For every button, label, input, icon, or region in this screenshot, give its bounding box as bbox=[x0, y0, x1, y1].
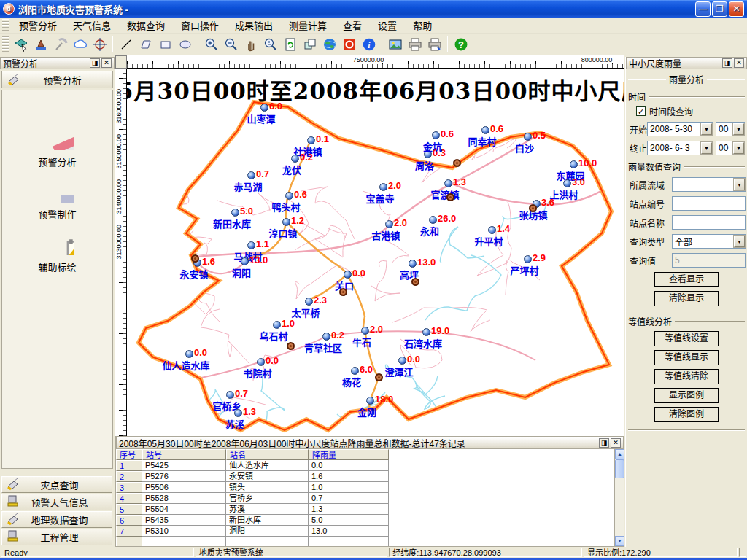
column-header[interactable]: 站名 bbox=[226, 449, 309, 460]
ellipse-icon[interactable] bbox=[176, 35, 194, 53]
time-range-checkbox[interactable]: ✓ bbox=[636, 106, 646, 116]
station-marker[interactable] bbox=[273, 321, 281, 329]
pin-icon[interactable]: ◨ bbox=[90, 58, 100, 68]
tool-warning-making[interactable]: 预警制作 bbox=[2, 169, 112, 221]
scroll-down-icon[interactable]: ▼ bbox=[615, 536, 624, 546]
station-marker[interactable] bbox=[524, 255, 532, 263]
start-hour-select[interactable]: 00▼ bbox=[716, 122, 745, 136]
minimize-button[interactable]: — bbox=[695, 1, 711, 17]
query-type-select[interactable]: 全部▼ bbox=[672, 234, 746, 249]
station-marker[interactable] bbox=[444, 179, 452, 187]
tool-aux-plotting[interactable]: 辅助标绘 bbox=[2, 222, 112, 273]
contour-show-button[interactable]: 等值线显示 bbox=[654, 350, 719, 365]
sidebar-item-disaster-point-query[interactable]: 灾点查询 bbox=[1, 476, 112, 493]
globe-icon[interactable] bbox=[320, 35, 338, 53]
station-marker[interactable] bbox=[366, 397, 374, 405]
station-marker[interactable] bbox=[260, 104, 268, 112]
station-marker[interactable] bbox=[305, 298, 313, 306]
table-row[interactable]: 4P5528官桥乡0.7 bbox=[116, 493, 614, 504]
table-row[interactable]: 7P5310洞阳13.0 bbox=[116, 526, 614, 537]
station-marker[interactable] bbox=[432, 131, 440, 139]
chevron-down-icon[interactable]: ▼ bbox=[701, 142, 712, 154]
station-marker[interactable] bbox=[524, 133, 532, 141]
toolbar-grip[interactable] bbox=[2, 36, 9, 52]
close-icon[interactable]: ✕ bbox=[611, 438, 621, 448]
menu-item-9[interactable]: 帮助 bbox=[405, 17, 440, 34]
restore-button[interactable]: ❐ bbox=[712, 1, 727, 17]
pick-icon[interactable] bbox=[51, 35, 69, 53]
resize-grip[interactable] bbox=[739, 548, 746, 557]
chevron-down-icon[interactable]: ▼ bbox=[733, 123, 744, 135]
cloud-icon[interactable] bbox=[71, 35, 89, 53]
station-marker[interactable] bbox=[241, 257, 249, 265]
station-marker[interactable] bbox=[488, 226, 496, 234]
clear-display-button[interactable]: 清除显示 bbox=[654, 291, 719, 306]
basin-select[interactable]: ▼ bbox=[672, 177, 746, 192]
center-icon[interactable] bbox=[90, 35, 109, 53]
station-marker[interactable] bbox=[361, 327, 369, 335]
menu-item-1[interactable]: 预警分析 bbox=[11, 17, 65, 34]
menu-item-3[interactable]: 数据查询 bbox=[119, 17, 173, 34]
sidebar-item-geo-data-query[interactable]: 地理数据查询 bbox=[1, 511, 112, 528]
station-marker[interactable] bbox=[409, 260, 417, 268]
station-marker[interactable] bbox=[429, 216, 437, 224]
menu-item-2[interactable]: 天气信息 bbox=[65, 17, 119, 34]
copy-map-icon[interactable] bbox=[301, 35, 319, 53]
station-marker[interactable] bbox=[570, 160, 578, 168]
station-marker[interactable] bbox=[379, 183, 387, 191]
stop-icon[interactable] bbox=[340, 35, 358, 53]
image-icon[interactable] bbox=[386, 35, 404, 53]
station-marker[interactable] bbox=[422, 328, 430, 336]
station-id-input[interactable] bbox=[672, 196, 746, 211]
table-row[interactable] bbox=[116, 537, 614, 547]
station-marker[interactable] bbox=[247, 241, 255, 249]
station-marker[interactable] bbox=[185, 350, 193, 358]
print-icon[interactable] bbox=[406, 35, 424, 53]
zoom-extent-icon[interactable] bbox=[261, 35, 279, 53]
station-marker[interactable] bbox=[398, 357, 406, 365]
station-marker[interactable] bbox=[351, 367, 359, 375]
polygon-icon[interactable] bbox=[136, 35, 155, 53]
pan-icon[interactable] bbox=[241, 35, 260, 53]
pin-icon[interactable]: ◨ bbox=[722, 58, 732, 68]
chevron-down-icon[interactable]: ▼ bbox=[734, 179, 745, 190]
zoom-in-icon[interactable] bbox=[202, 35, 220, 53]
table-row[interactable]: 5P5504苏溪1.3 bbox=[116, 504, 614, 515]
view-display-button[interactable]: 查看显示 bbox=[654, 272, 719, 287]
table-row[interactable]: 6P5435新田水库5.0 bbox=[116, 515, 614, 526]
paint-icon[interactable] bbox=[31, 35, 50, 53]
station-marker[interactable] bbox=[257, 358, 265, 366]
zoom-out-icon[interactable] bbox=[222, 35, 240, 53]
scroll-up-icon[interactable]: ▲ bbox=[615, 449, 624, 459]
table-row[interactable]: 3P5506镇头1.0 bbox=[116, 482, 614, 493]
sidebar-item-warning-weather-info[interactable]: 预警天气信息 bbox=[1, 494, 112, 510]
start-date-select[interactable]: 2008- 5-30▼ bbox=[647, 122, 713, 136]
menu-item-8[interactable]: 设置 bbox=[370, 17, 405, 34]
chevron-down-icon[interactable]: ▼ bbox=[734, 236, 745, 247]
menu-item-6[interactable]: 测量计算 bbox=[281, 17, 335, 34]
line-icon[interactable] bbox=[117, 35, 135, 53]
column-header[interactable]: 序号 bbox=[116, 449, 142, 460]
scroll-thumb[interactable] bbox=[615, 459, 624, 478]
station-marker[interactable] bbox=[344, 271, 352, 279]
station-marker[interactable] bbox=[247, 171, 255, 179]
menu-item-4[interactable]: 窗口操作 bbox=[173, 17, 227, 34]
pin-icon[interactable]: ◨ bbox=[599, 438, 609, 448]
station-marker[interactable] bbox=[231, 209, 239, 217]
tool-warning-analysis[interactable]: 预警分析 bbox=[2, 117, 112, 168]
chevron-down-icon[interactable]: ▼ bbox=[701, 123, 712, 135]
station-marker[interactable] bbox=[282, 218, 290, 226]
end-hour-select[interactable]: 00▼ bbox=[716, 141, 745, 155]
help-icon[interactable]: ? bbox=[452, 35, 470, 53]
close-button[interactable]: ✕ bbox=[729, 1, 744, 17]
chevron-down-icon[interactable]: ▼ bbox=[733, 142, 744, 154]
close-icon[interactable]: ✕ bbox=[734, 58, 744, 68]
table-row[interactable]: 1P5425仙人造水库0.0 bbox=[116, 460, 614, 471]
column-header[interactable]: 站号 bbox=[142, 449, 226, 460]
station-marker[interactable] bbox=[322, 332, 330, 341]
station-marker[interactable] bbox=[563, 179, 571, 187]
legend-clear-button[interactable]: 清除图例 bbox=[654, 407, 719, 422]
end-date-select[interactable]: 2008- 6- 3▼ bbox=[647, 141, 713, 155]
info-icon[interactable]: i bbox=[360, 35, 378, 53]
menu-grip[interactable] bbox=[2, 19, 9, 31]
